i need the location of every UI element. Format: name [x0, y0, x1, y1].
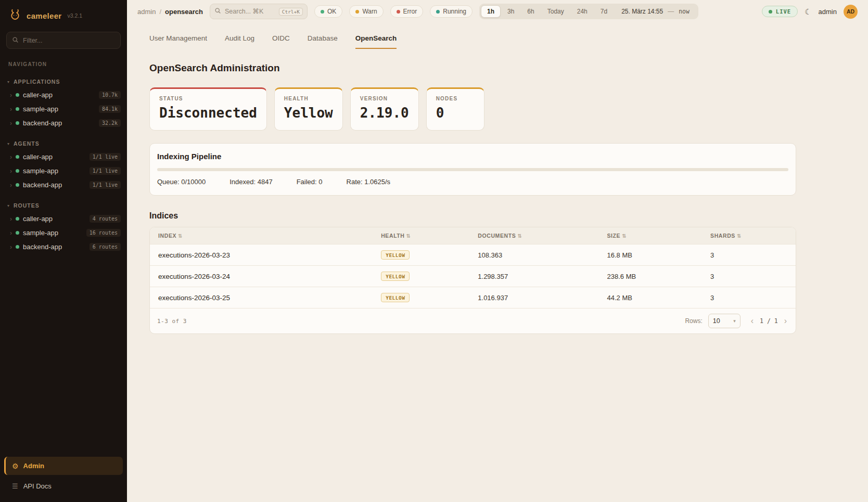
section-header-applications[interactable]: ▾ APPLICATIONS [0, 76, 127, 88]
avatar[interactable]: AD [844, 5, 858, 19]
running-status-dot [436, 10, 440, 14]
breadcrumb-current: opensearch [165, 8, 203, 16]
status-dot [16, 183, 19, 187]
stat-card-version: VERSION 2.19.0 [350, 87, 419, 131]
column-header-documents[interactable]: DOCUMENTS⇅ [469, 227, 598, 244]
section-header-agents[interactable]: ▾ AGENTS [0, 138, 127, 150]
table-footer: 1-3 of 3 Rows: 10 ▾ ‹ 1 / 1 › [150, 308, 796, 333]
sidebar-item-caller-app[interactable]: › caller-app 10.7k [0, 88, 127, 102]
sidebar-item-sample-app[interactable]: › sample-app 84.1k [0, 102, 127, 116]
tab-oidc[interactable]: OIDC [272, 34, 290, 49]
sidebar-item-admin[interactable]: ⚙ Admin [4, 457, 123, 475]
time-range-6h[interactable]: 6h [521, 5, 540, 18]
column-header-size[interactable]: SIZE⇅ [598, 227, 702, 244]
admin-tabs: User Management Audit Log OIDC Database … [127, 23, 868, 49]
cell-shards: 3 [702, 287, 796, 308]
topbar-right: LIVE ☾ admin AD [762, 5, 858, 19]
ok-status-dot [321, 10, 324, 14]
chevron-right-icon: › [10, 154, 12, 160]
sidebar-item-sample-app-agent[interactable]: › sample-app 1/1 live [0, 164, 127, 178]
gear-icon: ⚙ [12, 462, 19, 470]
stat-label: NODES [436, 96, 475, 101]
cell-index: executions-2026-03-25 [150, 287, 373, 308]
search-input[interactable] [225, 8, 275, 15]
filter-pill-label: Warn [362, 8, 377, 15]
filter-pill-warn[interactable]: Warn [349, 5, 383, 18]
indexing-pipeline-card: Indexing Pipeline Queue: 0/10000 Indexed… [149, 143, 796, 196]
sidebar-item-label: backend-app [23, 119, 62, 127]
sidebar-item-backend-app[interactable]: › backend-app 32.2k [0, 116, 127, 130]
stat-value: Disconnected [159, 105, 257, 121]
sidebar-item-label: Admin [23, 462, 44, 470]
sidebar: cameleer v3.2.1 NAVIGATION ▾ APPLICATION… [0, 0, 127, 502]
time-range-3h[interactable]: 3h [501, 5, 520, 18]
section-applications: ▾ APPLICATIONS › caller-app 10.7k › samp… [0, 76, 127, 130]
search-icon [12, 36, 19, 45]
tab-database[interactable]: Database [308, 34, 338, 49]
time-range-24h[interactable]: 24h [571, 5, 594, 18]
cell-shards: 3 [702, 244, 796, 266]
prev-page-button[interactable]: ‹ [749, 317, 755, 325]
stat-cards: STATUS Disconnected HEALTH Yellow VERSIO… [149, 87, 796, 131]
cell-size: 16.8 MB [598, 244, 702, 266]
rows-per-page-select[interactable]: 10 ▾ [708, 314, 741, 328]
sidebar-item-backend-app-routes[interactable]: › backend-app 6 routes [0, 240, 127, 254]
sidebar-item-badge: 10.7k [99, 91, 121, 99]
shortcut-badge: Ctrl+K [279, 8, 303, 16]
time-range-selector: 1h 3h 6h Today 24h 7d 25. März 14:55 — n… [479, 4, 698, 19]
filter-pill-running[interactable]: Running [430, 5, 473, 18]
stat-label: HEALTH [284, 96, 333, 101]
sidebar-item-caller-app-routes[interactable]: › caller-app 4 routes [0, 212, 127, 226]
caret-down-icon: ▾ [7, 141, 10, 146]
sidebar-item-label: sample-app [23, 229, 58, 237]
sidebar-item-label: backend-app [23, 181, 62, 189]
sidebar-filter[interactable] [6, 32, 121, 49]
sidebar-item-backend-app-agent[interactable]: › backend-app 1/1 live [0, 178, 127, 192]
filter-pill-error[interactable]: Error [390, 5, 424, 18]
sort-icon: ⇅ [622, 233, 627, 239]
column-header-health[interactable]: HEALTH⇅ [373, 227, 469, 244]
column-header-index[interactable]: INDEX⇅ [150, 227, 373, 244]
section-label: AGENTS [14, 140, 40, 147]
chevron-right-icon: › [10, 216, 12, 222]
dark-mode-toggle-icon[interactable]: ☾ [805, 8, 811, 16]
filter-input[interactable] [23, 37, 115, 44]
time-range-7d[interactable]: 7d [594, 5, 614, 18]
status-dot [16, 217, 19, 221]
health-badge: YELLOW [381, 272, 410, 281]
sort-icon: ⇅ [406, 233, 411, 239]
tab-opensearch[interactable]: OpenSearch [355, 34, 397, 49]
live-toggle[interactable]: LIVE [762, 6, 798, 17]
sidebar-item-label: caller-app [23, 215, 53, 223]
next-page-button[interactable]: › [783, 317, 788, 325]
search-icon [214, 7, 221, 16]
time-display: 25. März 14:55 — now [614, 8, 697, 15]
time-end: now [679, 8, 690, 15]
global-search[interactable]: Ctrl+K [210, 4, 308, 19]
time-range-today[interactable]: Today [541, 5, 570, 18]
sidebar-item-caller-app-agent[interactable]: › caller-app 1/1 live [0, 150, 127, 164]
time-range-1h[interactable]: 1h [481, 5, 501, 18]
sidebar-item-label: sample-app [23, 167, 58, 175]
column-header-shards[interactable]: SHARDS⇅ [702, 227, 796, 244]
sidebar-item-sample-app-routes[interactable]: › sample-app 16 routes [0, 226, 127, 240]
caret-down-icon: ▾ [7, 203, 10, 208]
filter-pill-ok[interactable]: OK [314, 5, 342, 18]
app-logo[interactable]: cameleer v3.2.1 [0, 0, 127, 29]
tab-user-management[interactable]: User Management [149, 34, 207, 49]
status-dot [16, 245, 19, 249]
tab-audit-log[interactable]: Audit Log [225, 34, 254, 49]
health-badge: YELLOW [381, 250, 410, 260]
pipeline-stats: Queue: 0/10000 Indexed: 4847 Failed: 0 R… [157, 178, 788, 186]
breadcrumb-separator: / [159, 8, 161, 16]
cell-shards: 3 [702, 266, 796, 287]
section-routes: ▾ ROUTES › caller-app 4 routes › sample-… [0, 200, 127, 254]
breadcrumb-parent[interactable]: admin [137, 8, 156, 16]
chevron-right-icon: › [10, 230, 12, 236]
pipeline-queue: Queue: 0/10000 [157, 178, 206, 186]
sidebar-item-api-docs[interactable]: ☰ API Docs [4, 478, 123, 495]
live-label: LIVE [776, 8, 791, 15]
section-header-routes[interactable]: ▾ ROUTES [0, 200, 127, 212]
sidebar-item-label: caller-app [23, 153, 53, 161]
sidebar-item-badge: 16 routes [86, 229, 121, 237]
